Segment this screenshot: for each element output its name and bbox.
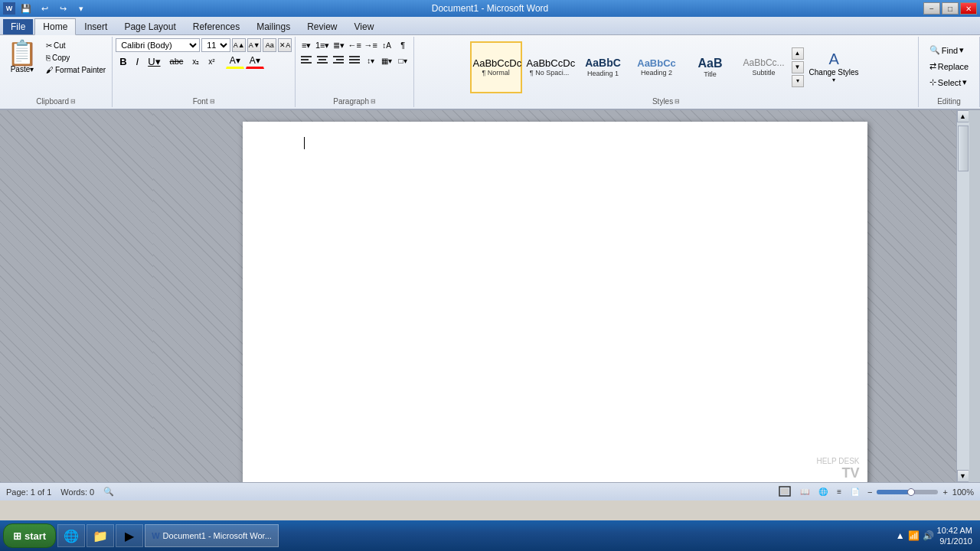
start-button[interactable]: ⊞ start xyxy=(3,523,56,548)
copy-button[interactable]: ⎘ Copy xyxy=(43,52,109,64)
align-right-btn[interactable] xyxy=(331,54,346,67)
align-left-btn[interactable] xyxy=(299,54,314,67)
tray-icon-1: ▲ xyxy=(896,530,905,541)
tab-references[interactable]: References xyxy=(185,18,248,34)
styles-expand[interactable]: ▾ xyxy=(792,75,804,87)
scrollbar-down-btn[interactable]: ▼ xyxy=(957,470,969,482)
paragraph-group: ≡▾ 1≡▾ ≣▾ ←≡ →≡ ↕A ¶ xyxy=(296,37,414,107)
maximize-btn[interactable]: □ xyxy=(942,2,959,15)
scrollbar-track xyxy=(957,122,969,470)
superscript-button[interactable]: x² xyxy=(204,56,218,67)
font-shrink-btn[interactable]: A▼ xyxy=(247,38,261,52)
scrollbar-thumb[interactable] xyxy=(958,126,969,171)
font-color-btn[interactable]: A▾ xyxy=(246,54,264,69)
tab-mailings[interactable]: Mailings xyxy=(248,18,299,34)
strikethrough-button[interactable]: abc xyxy=(166,55,188,67)
show-hide-btn[interactable]: ¶ xyxy=(395,38,410,52)
undo-quick-btn[interactable]: ↩ xyxy=(37,2,52,15)
draft-btn[interactable]: 📄 xyxy=(848,486,863,497)
font-case-btn[interactable]: Aa xyxy=(263,38,276,52)
justify-btn[interactable] xyxy=(347,54,362,67)
save-quick-btn[interactable]: 💾 xyxy=(18,2,34,15)
document-scroll-area[interactable]: HELP DESK TV xyxy=(153,110,956,482)
font-grow-btn[interactable]: A▲ xyxy=(232,38,246,52)
style-heading2[interactable]: AaBbCc Heading 2 xyxy=(631,41,683,93)
replace-button[interactable]: ⇄ Replace xyxy=(926,59,972,73)
vertical-scrollbar[interactable]: ▲ ▼ xyxy=(956,110,969,482)
tab-page-layout[interactable]: Page Layout xyxy=(116,18,184,34)
clear-format-btn[interactable]: ✕A xyxy=(278,38,292,52)
tab-insert[interactable]: Insert xyxy=(76,18,116,34)
highlight-btn[interactable]: A▾ xyxy=(226,54,244,69)
web-layout-btn[interactable]: 🌐 xyxy=(815,486,831,497)
page-info: Page: 1 of 1 xyxy=(6,487,51,497)
style-subtitle[interactable]: AaBbCc... Subtitle xyxy=(738,41,790,93)
qa-dropdown-btn[interactable]: ▾ xyxy=(74,2,89,15)
scissors-icon: ✂ xyxy=(46,41,52,50)
paste-label: Paste▾ xyxy=(11,65,34,73)
tab-view[interactable]: View xyxy=(346,18,383,34)
close-btn[interactable]: ✕ xyxy=(960,2,977,15)
status-left: Page: 1 of 1 Words: 0 🔍 xyxy=(6,487,114,497)
multi-level-btn[interactable]: ≣▾ xyxy=(331,38,346,52)
document-page[interactable]: HELP DESK TV xyxy=(243,122,867,482)
zoom-level: 100% xyxy=(952,487,974,497)
full-reading-btn[interactable]: 📖 xyxy=(797,486,812,497)
tab-file[interactable]: File xyxy=(3,19,33,34)
zoom-minus-btn[interactable]: − xyxy=(866,487,874,497)
select-button[interactable]: ⊹ Select ▾ xyxy=(926,75,972,90)
outline-btn[interactable]: ≡ xyxy=(834,486,844,497)
bullet-list-btn[interactable]: ≡▾ xyxy=(299,38,314,52)
styles-scroll-up[interactable]: ▲ xyxy=(792,47,804,60)
network-icon: 📶 xyxy=(908,530,920,541)
styles-arrows: ▲ ▼ ▾ xyxy=(792,47,804,87)
ie-btn[interactable]: 🌐 xyxy=(57,524,85,547)
paragraph-expander[interactable]: ⊟ xyxy=(371,98,376,105)
media-btn[interactable]: ▶ xyxy=(116,524,143,547)
change-styles-button[interactable]: A Change Styles ▾ xyxy=(805,48,863,86)
style-title[interactable]: AaB Title xyxy=(684,41,737,93)
font-size-selector[interactable]: 11 xyxy=(201,38,230,52)
find-button[interactable]: 🔍 Find ▾ xyxy=(926,43,968,57)
align-center-btn[interactable] xyxy=(315,54,330,67)
minimize-btn[interactable]: − xyxy=(923,2,940,15)
tab-review[interactable]: Review xyxy=(299,18,345,34)
zoom-thumb[interactable] xyxy=(907,488,915,496)
font-expander[interactable]: ⊟ xyxy=(210,98,215,105)
font-family-selector[interactable]: Calibri (Body) xyxy=(116,38,200,52)
format-painter-button[interactable]: 🖌 Format Painter xyxy=(43,64,109,76)
shading-btn[interactable]: ▦▾ xyxy=(379,54,394,67)
subscript-button[interactable]: x₂ xyxy=(188,56,203,67)
zoom-slider[interactable] xyxy=(877,490,938,494)
print-layout-btn[interactable] xyxy=(776,484,794,500)
clipboard-expander[interactable]: ⊟ xyxy=(70,98,76,105)
increase-indent-btn[interactable]: →≡ xyxy=(363,38,378,52)
italic-button[interactable]: I xyxy=(132,54,143,69)
language-btn[interactable]: 🔍 xyxy=(103,487,114,497)
paste-button[interactable]: 📋 Paste▾ xyxy=(3,38,41,76)
taskbar-word-task[interactable]: W Document1 - Microsoft Wor... xyxy=(145,524,279,547)
line-spacing-btn[interactable]: ↕▾ xyxy=(363,54,378,67)
sort-btn[interactable]: ↕A xyxy=(379,38,394,52)
cut-button[interactable]: ✂ Cut xyxy=(43,40,109,51)
border-btn[interactable]: □▾ xyxy=(395,54,410,67)
bold-button[interactable]: B xyxy=(116,54,130,69)
styles-expander[interactable]: ⊟ xyxy=(675,98,680,105)
style-normal[interactable]: AaBbCcDc ¶ Normal xyxy=(470,41,522,93)
style-heading1[interactable]: AaBbC Heading 1 xyxy=(577,41,629,93)
tray-clock[interactable]: 10:42 AM 9/1/2010 xyxy=(937,525,972,547)
volume-icon: 🔊 xyxy=(923,530,934,541)
right-margin xyxy=(969,110,980,482)
tab-home[interactable]: Home xyxy=(34,18,76,35)
numbered-list-btn[interactable]: 1≡▾ xyxy=(315,38,330,52)
scrollbar-up-btn[interactable]: ▲ xyxy=(957,110,969,122)
decrease-indent-btn[interactable]: ←≡ xyxy=(347,38,362,52)
zoom-plus-btn[interactable]: + xyxy=(941,487,949,497)
underline-button[interactable]: U▾ xyxy=(144,54,164,69)
replace-icon: ⇄ xyxy=(929,61,936,71)
taskbar: ⊞ start 🌐 📁 ▶ W Document1 - Microsoft Wo… xyxy=(0,520,980,551)
styles-scroll-down[interactable]: ▼ xyxy=(792,61,804,73)
redo-quick-btn[interactable]: ↪ xyxy=(55,2,70,15)
style-no-spacing[interactable]: AaBbCcDc ¶ No Spaci... xyxy=(524,41,576,93)
explorer-btn[interactable]: 📁 xyxy=(87,524,114,547)
